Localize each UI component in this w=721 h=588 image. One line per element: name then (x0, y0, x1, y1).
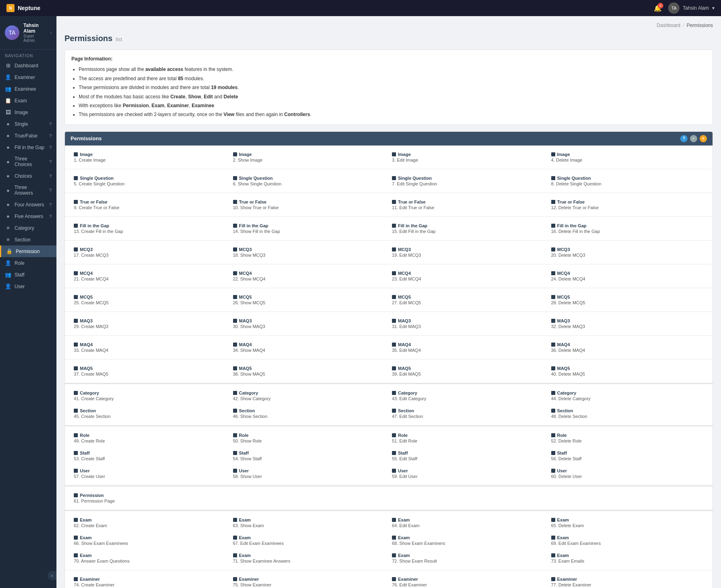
perm-cell: Category 42. Show Category (230, 388, 389, 403)
perm-module-label: MAQ4 (392, 342, 545, 347)
navbar-username: Tahsin Alam (683, 5, 709, 11)
perm-module-label: True or False (551, 199, 704, 204)
four-choices-icon: ● (5, 173, 11, 179)
perm-module-label: Exam (74, 535, 227, 540)
perm-group-role-staff-user: Role 49. Create Role Role 50. Show Role … (65, 426, 713, 486)
sidebar-question-three-answers: ? (49, 202, 52, 207)
module-icon (233, 247, 237, 251)
page-info-item: With exceptions like Permission, Exam, E… (79, 102, 706, 110)
brand-icon: N (6, 4, 15, 12)
page-subtitle: list (116, 36, 122, 42)
sidebar-avatar: TA (5, 25, 19, 40)
info-icon-button[interactable]: ? (680, 135, 688, 142)
perm-cell: MCQ3 19. Edit MCQ3 (389, 245, 548, 260)
sidebar-item-four-choices[interactable]: ● Choices ? (0, 170, 56, 182)
sidebar-item-category[interactable]: ≡ Category (0, 222, 56, 234)
perm-item: 12. Delete True or False (551, 205, 704, 210)
perm-cell: Staff 56. Delete Staff (548, 448, 707, 463)
sidebar-collapse-button[interactable]: « (48, 571, 56, 580)
module-icon (392, 469, 396, 473)
perm-module-label: MAQ5 (74, 366, 227, 371)
sidebar-item-permission[interactable]: 🔒 Permission (0, 245, 56, 257)
sidebar-item-five-choices[interactable]: ● Three Answers ? (0, 182, 56, 199)
sidebar-question-four-answers: ? (49, 214, 52, 219)
close-icon-button[interactable]: × (700, 135, 707, 142)
perm-cell: Exam 62. Create Exam (71, 515, 230, 530)
sidebar-item-staff[interactable]: 👥 Staff (0, 269, 56, 280)
perm-module-label: Single Question (233, 176, 386, 181)
perm-cell: Section 46. Show Section (230, 406, 389, 421)
perm-module-label: Role (392, 433, 545, 438)
sidebar-item-four-answers[interactable]: ● Five Answers ? (0, 210, 56, 222)
navbar: N Neptune 🔔 0 TA Tahsin Alam ▾ (0, 0, 721, 16)
sidebar-question-three-choices: ? (49, 159, 52, 164)
page-info-item: The access are predefined and there are … (79, 75, 706, 83)
sidebar-item-section[interactable]: ≡ Section (0, 234, 56, 245)
module-icon (551, 366, 555, 370)
perm-module-label: Category (551, 391, 704, 395)
perm-item: 9. Create True or False (74, 205, 227, 210)
sidebar-item-dashboard[interactable]: ⊞ Dashboard (0, 60, 56, 71)
sidebar-item-single[interactable]: ● Single ? (0, 118, 56, 130)
perm-item: 37. Create MAQ5 (74, 372, 227, 376)
perm-cell: Role 50. Show Role (230, 430, 389, 446)
notifications-bell[interactable]: 🔔 0 (654, 4, 662, 12)
module-icon (392, 409, 396, 413)
module-icon (74, 518, 78, 522)
breadcrumb-dashboard[interactable]: Dashboard (657, 23, 681, 28)
perm-cell: Category 44. Delete Category (548, 388, 707, 403)
perm-row: Image 1. Create Image Image 2. Show Imag… (71, 150, 707, 165)
perm-item: 31. Edit MAQ3 (392, 324, 545, 329)
main-content: Dashboard / Permissions Permissions list… (56, 16, 721, 588)
perm-module-label: Fill in the Gap (74, 223, 227, 228)
staff-icon: 👥 (5, 272, 11, 278)
perm-item: 45. Create Section (74, 414, 227, 419)
perm-module-label: MAQ3 (233, 318, 386, 323)
perm-module-label: MAQ4 (233, 342, 386, 347)
perm-item: 33. Create MAQ4 (74, 348, 227, 353)
single-icon: ● (5, 121, 11, 127)
sidebar-item-three-answers[interactable]: ● Four Answers ? (0, 199, 56, 210)
module-icon (551, 152, 555, 156)
sidebar-item-image[interactable]: 🖼 Image (0, 106, 56, 118)
sidebar-user-info: Tahsin Alam Super Admin (23, 23, 46, 43)
perm-module-label: Role (233, 433, 386, 438)
perm-module-label: Exam (392, 517, 545, 522)
perm-row: User 57. Create User User 58. Show User … (71, 466, 707, 481)
minimize-icon-button[interactable]: − (690, 135, 697, 142)
perm-module-label: Section (551, 408, 704, 413)
module-icon (233, 271, 237, 275)
perm-group-image: Image 1. Create Image Image 2. Show Imag… (65, 145, 713, 169)
sidebar-item-fill-gap[interactable]: ● Fill in the Gap ? (0, 141, 56, 153)
perm-item: 51. Edit Role (392, 438, 545, 443)
permissions-card-header-icons: ? − × (680, 135, 707, 142)
perm-cell: Image 1. Create Image (71, 150, 230, 165)
perm-cell: MCQ5 25. Create MCQ5 (71, 292, 230, 308)
perm-cell: Single Question 5. Create Single Questio… (71, 173, 230, 189)
module-icon (551, 176, 555, 180)
user-menu[interactable]: TA Tahsin Alam ▾ (668, 2, 715, 14)
sidebar-item-true-false[interactable]: ● True/False ? (0, 130, 56, 141)
sidebar-label-fill-gap: Fill in the Gap (15, 145, 44, 150)
sidebar-item-user[interactable]: 👤 User (0, 280, 56, 292)
perm-cell: Exam 72. Show Exam Result (389, 551, 548, 566)
perm-item: 69. Edit Exam Examiners (551, 541, 704, 546)
perm-module-label: MAQ5 (233, 366, 386, 371)
three-answers-icon: ● (5, 202, 11, 208)
sidebar-item-three-choices[interactable]: ● Three Choices ? (0, 153, 56, 170)
perm-item: 2. Show Image (233, 158, 386, 162)
module-icon (551, 518, 555, 522)
perm-module-label: MCQ5 (551, 295, 704, 299)
perm-module-label: MCQ4 (392, 271, 545, 276)
module-icon (551, 319, 555, 323)
sidebar-item-examiner[interactable]: 👤 Examiner (0, 71, 56, 83)
sidebar-item-role[interactable]: 👤 Role (0, 257, 56, 269)
module-icon (233, 224, 237, 228)
perm-module-label: MAQ4 (74, 342, 227, 347)
sidebar-label-three-choices: Three Choices (15, 156, 46, 167)
sidebar-item-examinee[interactable]: 👥 Examinee (0, 83, 56, 95)
perm-item: 29. Create MAQ3 (74, 324, 227, 329)
sidebar-item-exam[interactable]: 📋 Exam (0, 95, 56, 106)
module-icon (551, 553, 555, 557)
sidebar-user-chevron[interactable]: › (50, 31, 52, 35)
